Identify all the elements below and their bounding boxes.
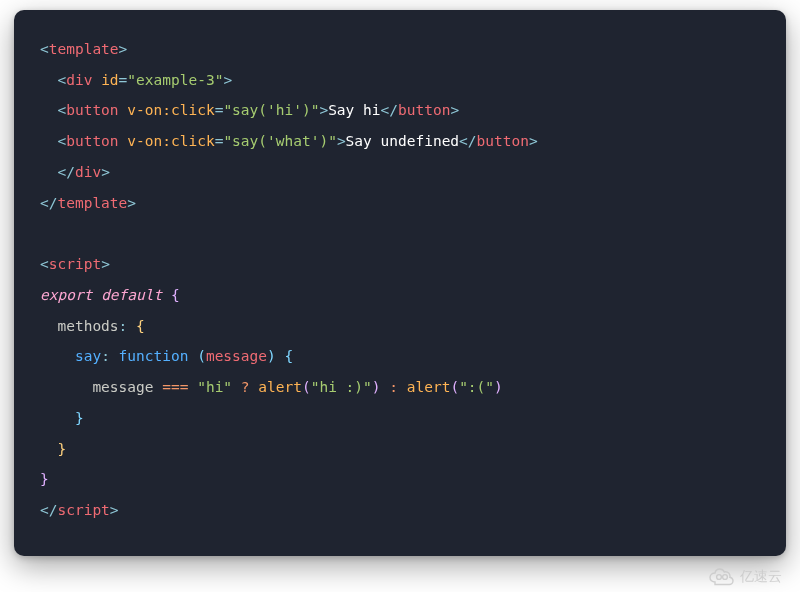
tag-button: button <box>66 102 118 118</box>
operator-colon: : <box>389 379 398 395</box>
space <box>398 379 407 395</box>
func-alert: alert <box>407 379 451 395</box>
brace: } <box>75 410 84 426</box>
punct: > <box>127 195 136 211</box>
code-card: <template> <div id="example-3"> <button … <box>14 10 786 556</box>
indent <box>40 72 57 88</box>
brace: } <box>57 441 66 457</box>
watermark-text: 亿速云 <box>740 568 782 586</box>
space <box>232 379 241 395</box>
watermark: 亿速云 <box>708 568 782 586</box>
punct: < <box>57 133 66 149</box>
indent <box>40 164 57 180</box>
string: "say('what')" <box>223 133 337 149</box>
punct: > <box>101 164 110 180</box>
paren: ) <box>267 348 276 364</box>
indent <box>40 133 57 149</box>
operator-ternary: ? <box>241 379 250 395</box>
space <box>250 379 259 395</box>
key-methods: methods <box>57 318 118 334</box>
tag-template: template <box>49 41 119 57</box>
indent <box>40 379 92 395</box>
punct: > <box>110 502 119 518</box>
text-content: Say undefined <box>346 133 460 149</box>
space <box>92 287 101 303</box>
punct: < <box>40 41 49 57</box>
indent <box>40 102 57 118</box>
brace: { <box>171 287 180 303</box>
operator-eq: === <box>162 379 188 395</box>
punct: < <box>40 256 49 272</box>
punct: </ <box>57 164 74 180</box>
func-alert: alert <box>258 379 302 395</box>
brace: } <box>40 471 49 487</box>
tag-template: template <box>57 195 127 211</box>
punct: </ <box>40 502 57 518</box>
punct: > <box>450 102 459 118</box>
svg-point-1 <box>723 575 728 580</box>
punct: > <box>319 102 328 118</box>
tag-div: div <box>66 72 92 88</box>
tag-script: script <box>49 256 101 272</box>
string: "say('hi')" <box>223 102 319 118</box>
indent <box>40 410 75 426</box>
punct: </ <box>459 133 476 149</box>
space <box>188 379 197 395</box>
keyword-function: function <box>119 348 189 364</box>
key-say: say <box>75 348 101 364</box>
punct: > <box>119 41 128 57</box>
attr-vonclick: v-on:click <box>127 102 214 118</box>
cloud-icon <box>708 568 736 586</box>
punct: : <box>101 348 118 364</box>
paren: ( <box>302 379 311 395</box>
paren: ) <box>372 379 381 395</box>
tag-button: button <box>477 133 529 149</box>
tag-button: button <box>66 133 118 149</box>
param-message: message <box>206 348 267 364</box>
punct: : <box>119 318 136 334</box>
paren: ) <box>494 379 503 395</box>
attr-id: id <box>101 72 118 88</box>
keyword-default: default <box>101 287 162 303</box>
space <box>381 379 390 395</box>
space <box>154 379 163 395</box>
paren: ( <box>450 379 459 395</box>
punct: > <box>337 133 346 149</box>
attr-vonclick: v-on:click <box>127 133 214 149</box>
brace: { <box>136 318 145 334</box>
tag-button: button <box>398 102 450 118</box>
punct: < <box>57 102 66 118</box>
paren: ( <box>197 348 206 364</box>
indent <box>40 318 57 334</box>
code-block: <template> <div id="example-3"> <button … <box>40 34 760 526</box>
punct: > <box>223 72 232 88</box>
tag-script: script <box>57 502 109 518</box>
brace: { <box>284 348 293 364</box>
punct: </ <box>381 102 398 118</box>
string: "hi" <box>197 379 232 395</box>
keyword-export: export <box>40 287 92 303</box>
tag-div: div <box>75 164 101 180</box>
punct: > <box>529 133 538 149</box>
space <box>188 348 197 364</box>
svg-point-0 <box>717 575 722 580</box>
string: ":(" <box>459 379 494 395</box>
identifier-message: message <box>92 379 153 395</box>
string: "example-3" <box>127 72 223 88</box>
punct: </ <box>40 195 57 211</box>
string: "hi :)" <box>311 379 372 395</box>
indent <box>40 348 75 364</box>
space <box>162 287 171 303</box>
indent <box>40 441 57 457</box>
space <box>92 72 101 88</box>
punct: > <box>101 256 110 272</box>
punct: < <box>57 72 66 88</box>
text-content: Say hi <box>328 102 380 118</box>
